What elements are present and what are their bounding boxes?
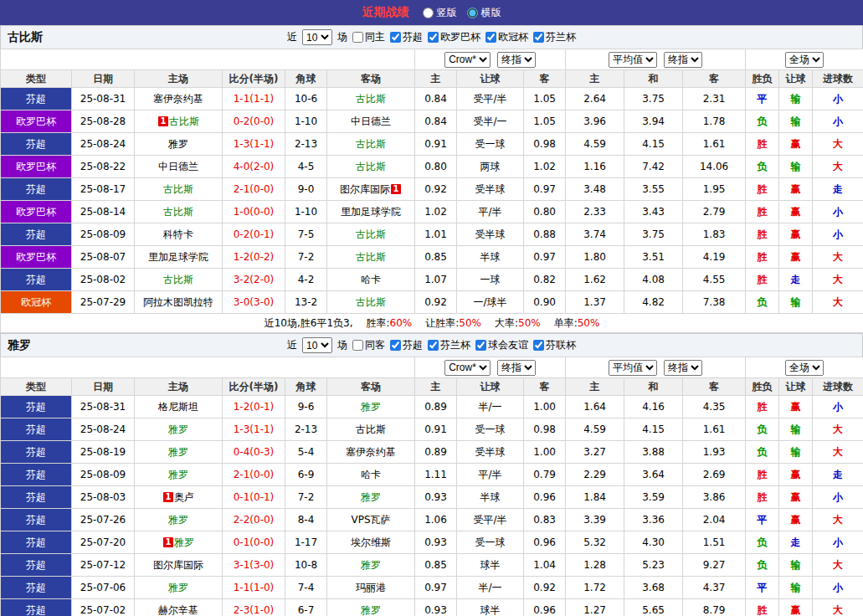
avg-draw-odds: 3.75 (624, 223, 683, 246)
avg-draw-odds: 4.82 (624, 291, 683, 314)
same-venue-filter[interactable]: 同主 (352, 30, 385, 44)
fulltime-select[interactable]: 全场 (785, 52, 824, 68)
column-header-row: 类型 日期 主场 比分(半场) 角球 客场 主 让球 客 主 和 客 胜负 让球… (1, 70, 863, 88)
home-team-cell: 赫尔辛基 (135, 599, 223, 616)
handicap-line: 平/半 (457, 201, 524, 223)
avg-draw-odds: 7.42 (624, 156, 683, 178)
handicap-index-select[interactable]: 终指 (497, 52, 536, 68)
date-cell: 25-08-22 (72, 156, 135, 178)
vertical-layout-radio[interactable] (423, 8, 434, 18)
score-cell: 3-0(3-0) (223, 291, 285, 314)
handicap-home-odds: 0.91 (415, 418, 457, 441)
result-outcome: 负 (746, 554, 779, 577)
team-label: 阿拉木图凯拉特 (143, 296, 213, 308)
away-team-cell: VPS瓦萨 (327, 509, 415, 531)
average-select[interactable]: 平均值 (609, 360, 657, 376)
league-filter[interactable]: 芬超 (390, 338, 423, 352)
result-handicap: 赢 (779, 509, 813, 531)
handicap-odds-group: Crow* 终指 (415, 49, 566, 70)
handicap-line: 一/球半 (457, 291, 524, 314)
league-checkbox[interactable] (390, 32, 401, 43)
avg-away-odds: 2.04 (683, 509, 746, 531)
match-row: 芬超25-08-02古比斯3-2(2-0)4-2哈卡1.07一球0.821.62… (1, 269, 863, 291)
league-checkbox[interactable] (485, 32, 496, 43)
result-group: 全场 (746, 49, 863, 70)
league-checkbox[interactable] (533, 32, 544, 43)
match-row: 欧罗巴杯25-08-22中日德兰4-0(2-0)4-5古比斯0.80两球1.02… (1, 156, 863, 178)
avg-home-odds: 3.48 (566, 178, 624, 201)
handicap-home-odds: 0.84 (415, 88, 457, 110)
layout-option-horizontal[interactable]: 横版 (467, 6, 501, 20)
league-cell: 芬超 (1, 223, 72, 246)
league-checkbox[interactable] (475, 340, 486, 351)
league-checkbox[interactable] (390, 340, 401, 351)
away-team-cell: 哈卡 (327, 464, 415, 486)
matches-label: 场 (337, 338, 347, 352)
horizontal-layout-radio[interactable] (467, 8, 478, 18)
avg-draw-odds: 3.36 (624, 509, 683, 531)
league-filter[interactable]: 芬兰杯 (533, 30, 576, 44)
match-row: 芬超25-07-02赫尔辛基2-3(1-0)6-7雅罗0.93球半0.961.2… (1, 599, 863, 616)
result-goals: 走 (813, 464, 863, 486)
avg-away-odds: 4.37 (683, 577, 746, 599)
league-filter[interactable]: 芬兰杯 (428, 338, 470, 352)
league-filter[interactable]: 球会友谊 (475, 338, 528, 352)
team-section: 雅罗 近 10 场 同客 芬超芬兰杯球会友谊芬联杯 (0, 333, 863, 616)
avg-draw-odds: 3.59 (624, 486, 683, 509)
result-outcome: 胜 (746, 246, 779, 269)
result-goals: 大 (813, 133, 863, 156)
match-row: 芬超25-08-09雅罗2-1(0-0)6-9哈卡1.11平/半0.792.29… (1, 464, 863, 486)
home-team-cell: 里加足球学院 (135, 246, 223, 269)
average-index-select[interactable]: 终指 (664, 52, 702, 68)
result-handicap: 输 (779, 441, 813, 464)
league-filter[interactable]: 芬联杯 (533, 338, 576, 352)
date-cell: 25-07-29 (72, 291, 135, 314)
fulltime-select[interactable]: 全场 (785, 360, 824, 376)
date-cell: 25-08-02 (72, 269, 135, 291)
avg-draw-odds: 4.16 (624, 396, 683, 418)
vertical-layout-label: 竖版 (437, 6, 457, 20)
handicap-away-odds: 0.96 (524, 599, 566, 616)
result-handicap: 输 (779, 88, 813, 110)
match-rows: 芬超25-08-31塞伊奈约基1-1(1-1)10-6古比斯0.84受平/半1.… (1, 88, 863, 314)
match-count-select[interactable]: 10 (302, 29, 332, 45)
result-outcome: 胜 (746, 396, 779, 418)
layout-option-vertical[interactable]: 竖版 (423, 6, 457, 20)
match-count-select[interactable]: 10 (302, 337, 332, 353)
league-filter[interactable]: 芬超 (390, 30, 423, 44)
odds-selector-row: Crow* 终指 平均值 终指 全场 (1, 357, 863, 378)
date-cell: 25-08-14 (72, 201, 135, 223)
handicap-away-odds: 0.83 (524, 509, 566, 531)
league-filter[interactable]: 欧罗巴杯 (428, 30, 480, 44)
handicap-index-select[interactable]: 终指 (497, 360, 536, 376)
league-checkbox[interactable] (428, 340, 439, 351)
result-outcome: 负 (746, 531, 779, 554)
score-cell: 1-0(0-0) (223, 201, 285, 223)
bookmaker-select[interactable]: Crow* (444, 360, 491, 376)
avg-draw-odds: 4.30 (624, 531, 683, 554)
col-away: 客场 (327, 70, 415, 88)
col-ah-result: 让球 (779, 378, 813, 396)
score-cell: 2-2(0-0) (223, 509, 285, 531)
score-cell: 2-3(1-0) (223, 599, 285, 616)
league-cell: 欧罗巴杯 (1, 156, 72, 178)
col-corners: 角球 (285, 378, 327, 396)
same-venue-checkbox[interactable] (352, 32, 363, 43)
average-index-select[interactable]: 终指 (664, 360, 702, 376)
avg-home-odds: 1.16 (566, 156, 624, 178)
average-select[interactable]: 平均值 (609, 52, 657, 68)
same-venue-filter[interactable]: 同客 (352, 338, 385, 352)
match-row: 欧罗巴杯25-08-07里加足球学院1-2(0-2)7-2古比斯0.85半球0.… (1, 246, 863, 269)
handicap-away-odds: 0.96 (524, 486, 566, 509)
league-checkbox[interactable] (533, 340, 544, 351)
team-bar: 古比斯 近 10 场 同主 芬超欧罗巴杯欧冠杯芬兰杯 (0, 25, 863, 49)
league-filter[interactable]: 欧冠杯 (485, 30, 528, 44)
league-checkbox[interactable] (428, 32, 439, 43)
corners-cell: 7-2 (285, 486, 327, 509)
bookmaker-select[interactable]: Crow* (444, 52, 491, 68)
league-cell: 欧罗巴杯 (1, 110, 72, 133)
result-goals: 大 (813, 441, 863, 464)
date-cell: 25-07-06 (72, 577, 135, 599)
handicap-home-odds: 0.84 (415, 110, 457, 133)
same-venue-checkbox[interactable] (352, 340, 363, 351)
